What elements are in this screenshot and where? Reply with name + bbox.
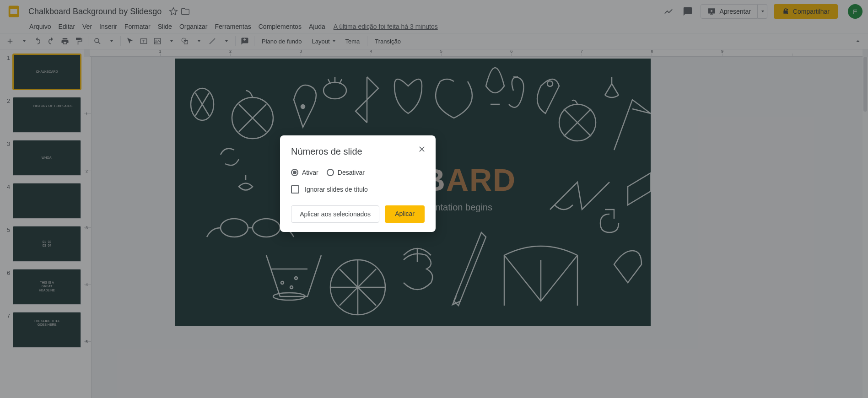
apply-button[interactable]: Aplicar <box>385 205 425 223</box>
dialog-title: Números de slide <box>291 146 425 157</box>
dialog-actions: Aplicar aos selecionados Aplicar <box>291 205 425 223</box>
checkbox-label: Ignorar slides de título <box>305 186 368 193</box>
radio-icon <box>291 169 298 176</box>
radio-off-label: Desativar <box>338 169 365 176</box>
radio-group: Ativar Desativar <box>291 169 425 176</box>
slide-numbers-dialog: Números de slide Ativar Desativar Ignora… <box>280 135 436 232</box>
radio-on[interactable]: Ativar <box>291 169 318 176</box>
close-button[interactable] <box>417 145 426 156</box>
close-icon <box>417 145 426 154</box>
apply-selected-button[interactable]: Aplicar aos selecionados <box>291 205 379 223</box>
google-slides-app: Chalkboard Background by Slidesgo Aprese… <box>0 0 868 398</box>
radio-icon <box>327 169 334 176</box>
checkbox-icon <box>291 185 299 194</box>
skip-title-checkbox[interactable]: Ignorar slides de título <box>291 185 425 194</box>
radio-on-label: Ativar <box>302 169 318 176</box>
radio-off[interactable]: Desativar <box>327 169 365 176</box>
